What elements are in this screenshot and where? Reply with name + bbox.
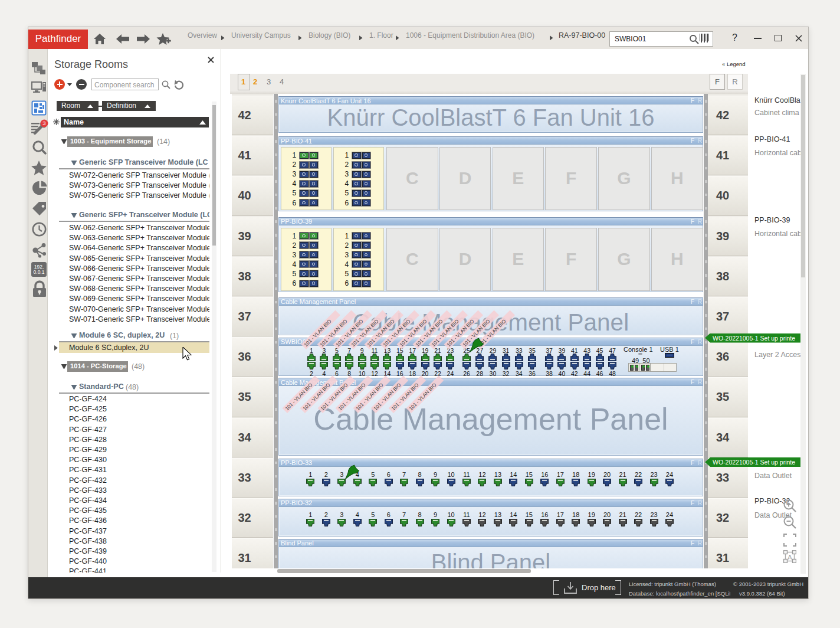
svg-text:3: 3 — [42, 120, 45, 126]
svg-text:A: A — [788, 554, 792, 561]
